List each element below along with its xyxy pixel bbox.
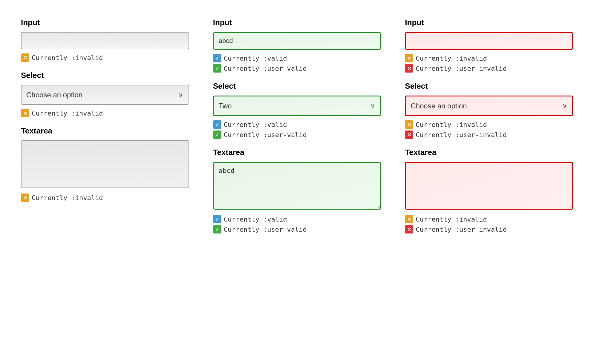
- column-neutral: Input✕Currently :invalidSelectChoose an …: [9, 9, 201, 254]
- status-text: Currently :invalid: [416, 216, 487, 223]
- badge-red: ✕: [405, 225, 413, 234]
- status-text: Currently :invalid: [416, 55, 487, 62]
- status-list-select-neutral: ✕Currently :invalid: [21, 109, 189, 117]
- status-item: ✓Currently :valid: [213, 215, 381, 223]
- status-item: ✕Currently :user-invalid: [405, 225, 573, 234]
- status-text: Currently :user-valid: [224, 65, 307, 72]
- badge-orange: ✕: [405, 215, 413, 223]
- badge-blue: ✓: [213, 120, 221, 129]
- status-item: ✕Currently :invalid: [21, 193, 189, 202]
- status-text: Currently :user-invalid: [416, 226, 507, 233]
- status-list-input-neutral: ✕Currently :invalid: [21, 53, 189, 62]
- status-item: ✓Currently :valid: [213, 54, 381, 62]
- status-text: Currently :user-valid: [224, 226, 307, 233]
- status-text: Currently :invalid: [32, 194, 103, 202]
- status-item: ✓Currently :user-valid: [213, 130, 381, 139]
- status-text: Currently :valid: [224, 121, 287, 128]
- textarea-label-neutral: Textarea: [21, 126, 189, 136]
- badge-orange: ✕: [405, 120, 413, 129]
- status-text: Currently :invalid: [32, 54, 103, 62]
- status-text: Currently :valid: [224, 55, 287, 62]
- badge-blue: ✓: [213, 54, 221, 62]
- select-field-valid[interactable]: Choose an optionOneTwoThree: [213, 96, 381, 116]
- badge-green: ✓: [213, 64, 221, 73]
- status-item: ✓Currently :valid: [213, 120, 381, 129]
- textarea-field-invalid[interactable]: [405, 162, 573, 210]
- status-list-textarea-neutral: ✕Currently :invalid: [21, 193, 189, 202]
- status-item: ✕Currently :user-invalid: [405, 64, 573, 73]
- status-text: Currently :user-valid: [224, 131, 307, 139]
- status-text: Currently :user-invalid: [416, 131, 507, 139]
- badge-orange: ✕: [405, 54, 413, 62]
- main-grid: Input✕Currently :invalidSelectChoose an …: [9, 9, 585, 254]
- status-list-input-valid: ✓Currently :valid✓Currently :user-valid: [213, 54, 381, 73]
- status-item: ✕Currently :invalid: [405, 54, 573, 62]
- input-label-neutral: Input: [21, 18, 189, 27]
- select-label-neutral: Select: [21, 71, 189, 80]
- textarea-label-invalid: Textarea: [405, 148, 573, 157]
- status-text: Currently :invalid: [416, 121, 487, 128]
- textarea-field-neutral[interactable]: [21, 140, 189, 188]
- column-invalid: Input✕Currently :invalid✕Currently :user…: [393, 9, 585, 254]
- input-label-valid: Input: [213, 18, 381, 27]
- select-wrapper-neutral: Choose an optionOneTwoThree∨: [21, 85, 189, 105]
- input-field-valid[interactable]: [213, 32, 381, 50]
- status-list-select-valid: ✓Currently :valid✓Currently :user-valid: [213, 120, 381, 139]
- badge-green: ✓: [213, 225, 221, 234]
- status-text: Currently :valid: [224, 216, 287, 223]
- status-text: Currently :user-invalid: [416, 65, 507, 72]
- select-wrapper-valid: Choose an optionOneTwoThree∨: [213, 96, 381, 116]
- badge-orange: ✕: [21, 53, 29, 62]
- status-list-input-invalid: ✕Currently :invalid✕Currently :user-inva…: [405, 54, 573, 73]
- input-label-invalid: Input: [405, 18, 573, 27]
- status-list-select-invalid: ✕Currently :invalid✕Currently :user-inva…: [405, 120, 573, 139]
- input-field-neutral[interactable]: [21, 32, 189, 49]
- badge-red: ✕: [405, 130, 413, 139]
- status-item: ✕Currently :user-invalid: [405, 130, 573, 139]
- select-label-invalid: Select: [405, 82, 573, 91]
- input-field-invalid[interactable]: [405, 32, 573, 50]
- status-list-textarea-valid: ✓Currently :valid✓Currently :user-valid: [213, 215, 381, 234]
- status-text: Currently :invalid: [32, 110, 103, 117]
- status-item: ✓Currently :user-valid: [213, 64, 381, 73]
- badge-blue: ✓: [213, 215, 221, 223]
- status-item: ✕Currently :invalid: [405, 215, 573, 223]
- badge-red: ✕: [405, 64, 413, 73]
- badge-orange: ✕: [21, 109, 29, 117]
- badge-orange: ✕: [21, 193, 29, 202]
- select-field-neutral[interactable]: Choose an optionOneTwoThree: [21, 85, 189, 105]
- badge-green: ✓: [213, 130, 221, 139]
- status-item: ✓Currently :user-valid: [213, 225, 381, 234]
- status-item: ✕Currently :invalid: [21, 53, 189, 62]
- select-wrapper-invalid: Choose an optionOneTwoThree∨: [405, 96, 573, 116]
- status-item: ✕Currently :invalid: [405, 120, 573, 129]
- status-list-textarea-invalid: ✕Currently :invalid✕Currently :user-inva…: [405, 215, 573, 234]
- select-field-invalid[interactable]: Choose an optionOneTwoThree: [405, 96, 573, 116]
- status-item: ✕Currently :invalid: [21, 109, 189, 117]
- column-valid: Input✓Currently :valid✓Currently :user-v…: [201, 9, 393, 254]
- textarea-label-valid: Textarea: [213, 148, 381, 157]
- textarea-field-valid[interactable]: [213, 162, 381, 210]
- select-label-valid: Select: [213, 82, 381, 91]
